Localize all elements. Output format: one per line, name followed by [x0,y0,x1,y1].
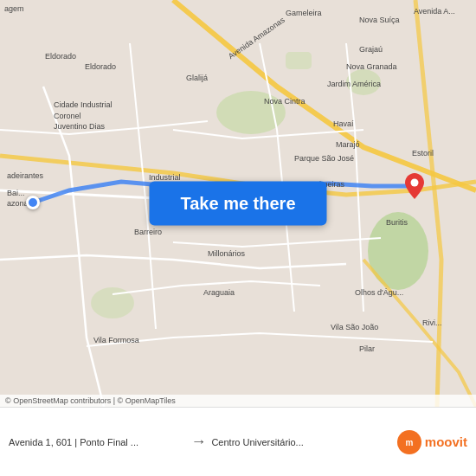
svg-point-6 [411,179,419,187]
moovit-logo: m moovit [397,430,467,454]
map-container: agem Gameleira Nova Suíça Avenida A... E… [0,0,476,407]
map-attribution: © OpenStreetMap contributors | © OpenMap… [0,395,476,407]
svg-point-1 [216,91,286,134]
svg-text:m: m [405,438,413,447]
svg-point-2 [368,212,428,290]
origin-marker [26,196,40,209]
take-me-there-button[interactable]: Take me there [149,182,326,226]
origin-label: Avenida 1, 601 | Ponto Final ... [9,437,185,447]
moovit-icon: m [397,430,421,454]
bottom-bar: Avenida 1, 601 | Ponto Final ... → Centr… [0,407,476,476]
bottom-arrow: → [185,433,211,451]
bottom-origin: Avenida 1, 601 | Ponto Final ... [9,437,185,447]
bottom-destination: Centro Universitário... [211,437,388,447]
destination-label: Centro Universitário... [211,437,388,447]
svg-rect-4 [286,52,312,69]
destination-marker [405,173,424,199]
moovit-text: moovit [425,434,467,449]
